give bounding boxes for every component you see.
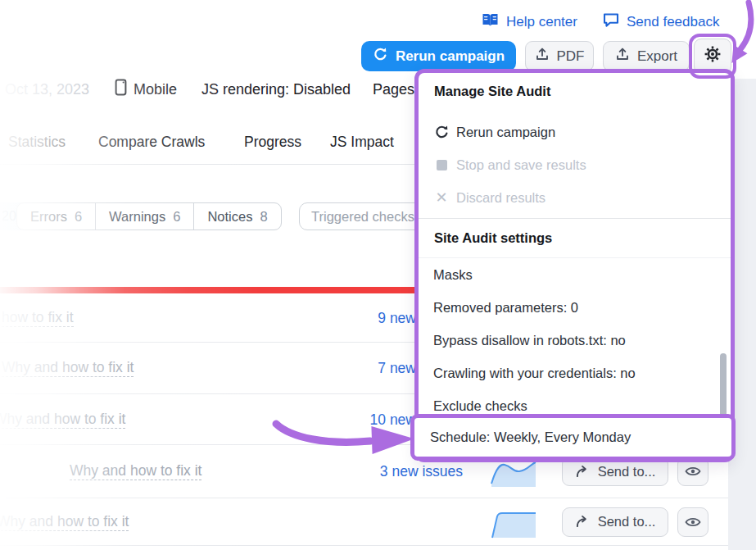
js-rendering-status: JS rendering: Disabled	[201, 80, 351, 99]
device-type: Mobile	[115, 80, 177, 99]
menu-item-bypass-disallow[interactable]: Bypass disallow in robots.txt: no	[419, 324, 731, 357]
menu-divider	[419, 218, 731, 219]
triggered-checks-filter[interactable]: Triggered checks	[299, 202, 430, 230]
mobile-phone-icon	[115, 79, 127, 100]
filter-notices[interactable]: Notices8	[194, 203, 280, 230]
send-to-button[interactable]: Send to...	[562, 507, 668, 537]
filter-errors[interactable]: Errors6	[17, 203, 96, 230]
help-center-link[interactable]: Help center	[482, 12, 577, 32]
stop-icon	[433, 157, 450, 173]
tab-progress[interactable]: Progress	[244, 134, 301, 151]
how-to-fix-link[interactable]: Why and how to fix it	[0, 411, 125, 429]
tab-statistics[interactable]: Statistics	[8, 134, 66, 151]
menu-item-discard-results: ✕ Discard results	[419, 181, 731, 214]
new-issues-count[interactable]: 9 new	[378, 309, 416, 326]
book-icon	[482, 12, 499, 32]
table-row: Why and how to fix it Send to...	[0, 498, 729, 546]
gear-icon	[703, 44, 722, 68]
trend-chart	[490, 505, 537, 539]
view-issues-button[interactable]	[677, 507, 708, 537]
new-issues-count[interactable]: 10 new	[370, 411, 416, 428]
how-to-fix-link[interactable]: Why and how to fix it	[70, 462, 201, 480]
send-feedback-link[interactable]: Send feedback	[603, 12, 719, 32]
speech-bubble-icon	[603, 12, 619, 32]
rerun-campaign-button[interactable]: Rerun campaign	[361, 41, 516, 71]
upload-icon	[535, 47, 550, 66]
refresh-icon	[373, 47, 388, 66]
menu-section-title: Manage Site Audit	[434, 84, 550, 99]
menu-item-masks[interactable]: Masks	[419, 258, 731, 291]
menu-item-schedule[interactable]: Schedule: Weekly, Every Monday	[410, 414, 736, 461]
site-audit-page: Help center Send feedback Rerun campaign…	[0, 0, 756, 550]
pages-label: Pages	[373, 80, 414, 99]
eye-icon	[685, 516, 701, 528]
eye-icon	[685, 466, 701, 477]
how-to-fix-link[interactable]: how to fix it	[2, 309, 74, 327]
tab-js-impact[interactable]: JS Impact	[330, 134, 394, 151]
export-button[interactable]: Export	[603, 41, 690, 71]
menu-item-removed-parameters[interactable]: Removed parameters: 0	[419, 291, 731, 324]
how-to-fix-link[interactable]: Why and how to fix it	[0, 513, 129, 531]
filter-warnings[interactable]: Warnings6	[96, 203, 194, 230]
menu-item-stop-and-save: Stop and save results	[419, 148, 731, 181]
menu-section-title: Site Audit settings	[434, 230, 552, 246]
new-issues-count[interactable]: 7 new	[378, 360, 416, 377]
tab-compare-crawls[interactable]: Compare Crawls	[98, 134, 205, 151]
how-to-fix-link[interactable]: Why and how to fix it	[2, 359, 134, 377]
send-feedback-label: Send feedback	[627, 14, 719, 30]
menu-item-crawl-credentials[interactable]: Crawling with your credentials: no	[419, 357, 731, 389]
menu-item-rerun-campaign[interactable]: Rerun campaign	[419, 116, 731, 148]
crawl-date: Oct 13, 2023	[5, 80, 89, 99]
refresh-icon	[433, 124, 450, 140]
help-center-label: Help center	[506, 14, 577, 30]
upload-icon	[615, 47, 630, 66]
pdf-export-button[interactable]: PDF	[525, 41, 594, 71]
menu-scrollbar[interactable]	[720, 353, 727, 420]
x-icon: ✕	[433, 189, 450, 206]
new-issues-count[interactable]: 3 new issues	[380, 463, 463, 480]
severity-filter-group: Errors6 Warnings6 Notices8	[16, 202, 282, 230]
arrow-to-gear	[740, 2, 751, 49]
settings-dropdown-menu: Manage Site Audit Rerun campaign Stop an…	[414, 69, 735, 462]
